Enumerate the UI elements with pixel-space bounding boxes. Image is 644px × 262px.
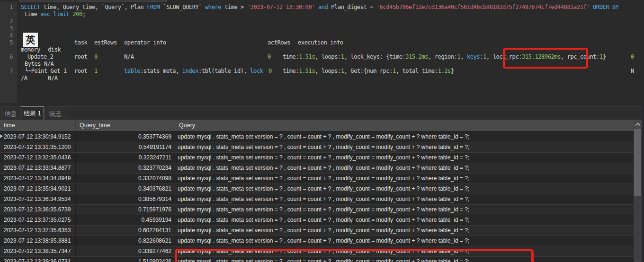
cell-query[interactable]: update mysql . stats_meta set version = …: [175, 153, 634, 163]
cell-query[interactable]: update mysql . stats_meta set version = …: [175, 226, 634, 236]
cell-query[interactable]: update mysql . stats_meta set version = …: [175, 205, 634, 215]
cell-query[interactable]: update mysql . stats_meta set version = …: [175, 194, 634, 204]
tab-status[interactable]: 状态: [45, 108, 66, 119]
code-text: disk: [48, 46, 61, 53]
code-text: 0: [631, 53, 634, 60]
cell-query-time[interactable]: 0.822608621: [76, 236, 175, 246]
cell-query[interactable]: update mysql . stats_meta set version = …: [175, 257, 634, 262]
cell-time[interactable]: 2023-07-12 13:34:34.8949: [0, 174, 76, 183]
code-text: 0: [94, 53, 98, 60]
cell-query-time[interactable]: 0.715971976: [76, 205, 175, 215]
table-row[interactable]: 2023-07-12 13:39:36.07311.510902426updat…: [0, 257, 634, 262]
line-number-gutter: 1234567: [0, 2, 17, 103]
code-text: memory: [21, 46, 40, 53]
grid-header: time Query_time Query: [0, 120, 634, 131]
cell-query-time[interactable]: 0.549191174: [76, 142, 175, 152]
cell-query-time[interactable]: 0.45939194: [76, 215, 175, 225]
cell-query[interactable]: update mysql . stats_meta set version = …: [175, 142, 634, 152]
column-header-query[interactable]: Query: [175, 120, 634, 131]
cell-time[interactable]: 2023-07-12 13:37:35.6353: [0, 226, 76, 236]
code-text: └─Point_Get_1: [25, 68, 67, 74]
table-row[interactable]: 2023-07-12 13:30:34.91520.353774369updat…: [0, 132, 634, 142]
line-number: 4: [9, 32, 13, 39]
code-text: 0: [268, 53, 271, 60]
current-row-marker-icon: [0, 134, 3, 138]
cell-query-time[interactable]: 0.332074098: [76, 174, 175, 183]
code-text: time:1.51s, loops:1, Get:{num_rpc:1, tot…: [283, 68, 454, 74]
table-row[interactable]: 2023-07-12 13:34:34.89490.332074098updat…: [0, 174, 634, 184]
sql-editor[interactable]: 1234567 SELECT time, Query_time, `Query`…: [0, 2, 644, 106]
code-text: 1: [94, 68, 98, 74]
cell-time[interactable]: 2023-07-12 13:39:36.0731: [0, 257, 76, 262]
cell-query[interactable]: update mysql . stats_meta set version = …: [175, 236, 634, 246]
column-header-time[interactable]: time: [0, 120, 76, 131]
vertical-scrollbar[interactable]: [634, 120, 642, 262]
cell-time[interactable]: 2023-07-12 13:38:35.3881: [0, 236, 76, 246]
cell-time[interactable]: 2023-07-12 13:30:34.9152: [0, 132, 76, 142]
table-row[interactable]: 2023-07-12 13:37:35.63530.602284131updat…: [0, 226, 634, 236]
code-text: root: [74, 53, 87, 60]
code-text: operator info: [124, 39, 166, 46]
cell-query[interactable]: update mysql . stats_meta set version = …: [175, 246, 634, 256]
cell-query[interactable]: update mysql . stats_meta set version = …: [175, 184, 634, 194]
cell-query-time[interactable]: 0.323770234: [76, 163, 175, 173]
code-text: execution info: [298, 39, 343, 46]
table-row[interactable]: 2023-07-12 13:32:35.04360.323247211updat…: [0, 153, 634, 163]
cell-query-time[interactable]: 1.510902426: [76, 257, 175, 262]
line-number: 3: [9, 25, 13, 32]
scrollbar-thumb[interactable]: [634, 129, 641, 196]
code-text: table:stats_meta, index:tbl(table_id), l…: [124, 68, 263, 74]
editor-file-tab-2[interactable]: [76, 0, 167, 1]
cell-query[interactable]: update mysql . stats_meta set version = …: [175, 215, 634, 225]
result-tabbar: 信息 结果 1 状态: [0, 106, 644, 120]
cell-query-time[interactable]: 0.339277462: [76, 246, 175, 256]
table-row[interactable]: 2023-07-12 13:33:34.88770.323770234updat…: [0, 163, 634, 174]
result-grid: time Query_time Query 2023-07-12 13:30:3…: [0, 120, 644, 262]
line-number: 2: [9, 18, 13, 25]
code-text: time:1.51s, loops:1, lock_keys: {time:31…: [283, 53, 606, 60]
table-row[interactable]: 2023-07-12 13:36:34.95340.385679314updat…: [0, 194, 634, 205]
cell-query[interactable]: update mysql . stats_meta set version = …: [175, 163, 634, 173]
cell-query-time[interactable]: 0.340376821: [76, 184, 175, 194]
line-number: 5: [9, 39, 13, 46]
code-text: Bytes N/A: [25, 61, 54, 67]
scroll-up-button[interactable]: [634, 120, 642, 128]
cell-time[interactable]: 2023-07-12 13:33:34.8877: [0, 163, 76, 173]
tab-result-1[interactable]: 结果 1: [21, 106, 44, 120]
cell-query-time[interactable]: 0.602284131: [76, 226, 175, 236]
code-text: root: [74, 68, 87, 74]
column-header-query-time[interactable]: Query_time: [76, 120, 175, 131]
cell-time[interactable]: 2023-07-12 13:36:34.9534: [0, 194, 76, 204]
table-row[interactable]: 2023-07-12 13:36:35.67390.715971976updat…: [0, 205, 634, 215]
cell-time[interactable]: 2023-07-12 13:38:35.7347: [0, 246, 76, 256]
line-number: 1: [9, 4, 13, 10]
cell-time[interactable]: 2023-07-12 13:32:35.0436: [0, 153, 76, 163]
cell-query-time[interactable]: 0.385679314: [76, 194, 175, 204]
cell-time[interactable]: 2023-07-12 13:37:35.0275: [0, 215, 76, 225]
code-text: N/A: [48, 75, 57, 81]
cell-query[interactable]: update mysql . stats_meta set version = …: [175, 174, 634, 183]
right-edge-strip: [642, 106, 644, 262]
tab-info[interactable]: 信息: [1, 108, 20, 119]
table-row[interactable]: 2023-07-12 13:37:35.02750.45939194update…: [0, 215, 634, 226]
table-row[interactable]: 2023-07-12 13:38:35.38810.822608621updat…: [0, 236, 634, 246]
line-number: 7: [9, 68, 13, 74]
cell-query-time[interactable]: 0.323247211: [76, 153, 175, 163]
table-row[interactable]: 2023-07-12 13:35:34.90210.340376821updat…: [0, 184, 634, 194]
cell-query-time[interactable]: 0.353774369: [76, 132, 175, 142]
editor-file-tab-1[interactable]: [19, 0, 74, 1]
code-text: actRows: [268, 39, 290, 46]
table-row[interactable]: 2023-07-12 13:38:35.73470.339277462updat…: [0, 246, 634, 257]
code-text: N/A: [124, 53, 134, 60]
table-row[interactable]: 2023-07-12 13:31:35.12000.549191174updat…: [0, 142, 634, 153]
ime-language-indicator: 英: [23, 33, 38, 47]
cell-time[interactable]: 2023-07-12 13:35:34.9021: [0, 184, 76, 194]
code-text: /A: [21, 75, 27, 81]
cell-time[interactable]: 2023-07-12 13:36:35.6739: [0, 205, 76, 215]
cell-time[interactable]: 2023-07-12 13:31:35.1200: [0, 142, 76, 152]
code-text: N: [631, 68, 634, 74]
cell-query[interactable]: update mysql . stats_meta set version = …: [175, 132, 634, 142]
line-number: 6: [9, 53, 13, 60]
code-text: time asc limit 200;: [24, 11, 86, 17]
app-window: 1234567 SELECT time, Query_time, `Query`…: [0, 0, 644, 262]
